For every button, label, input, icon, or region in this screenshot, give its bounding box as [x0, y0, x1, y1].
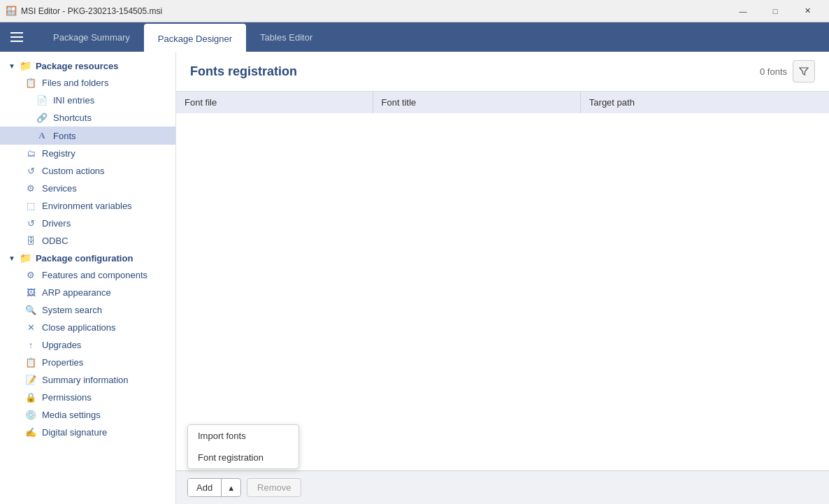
features-icon: ⚙	[25, 270, 36, 280]
content-area: Fonts registration 0 fonts Font file Fon…	[176, 52, 829, 504]
title-bar: 🪟 MSI Editor - PKG-230213-154505.msi — □…	[0, 0, 829, 22]
add-dropdown-popup: Import fonts Font registration	[187, 424, 299, 469]
signature-icon: ✍	[25, 427, 36, 438]
files-icon: 📋	[25, 78, 36, 88]
content-header: Fonts registration 0 fonts	[176, 52, 829, 92]
custom-actions-icon: ↺	[25, 166, 36, 176]
sidebar-item-media-settings[interactable]: 💿 Media settings	[0, 406, 175, 424]
sidebar-item-system-search[interactable]: 🔍 System search	[0, 301, 175, 319]
sidebar-item-shortcuts[interactable]: 🔗 Shortcuts	[0, 109, 175, 127]
odbc-icon: 🗄	[25, 236, 36, 246]
filter-button[interactable]	[793, 60, 815, 82]
tab-tables-editor[interactable]: Tables Editor	[246, 22, 326, 52]
sidebar-item-odbc[interactable]: 🗄 ODBC	[0, 232, 175, 250]
tab-package-summary[interactable]: Package Summary	[39, 22, 144, 52]
fonts-icon: A	[36, 130, 48, 141]
hamburger-button[interactable]	[6, 26, 28, 48]
env-vars-icon: ⬚	[25, 201, 36, 211]
dropdown-import-fonts[interactable]: Import fonts	[188, 425, 298, 447]
main-layout: ▼ 📁 Package resources 📋 Files and folder…	[0, 52, 829, 504]
sidebar-item-upgrades[interactable]: ↑ Upgrades	[0, 336, 175, 354]
sidebar: ▼ 📁 Package resources 📋 Files and folder…	[0, 52, 176, 504]
sidebar-item-close-applications[interactable]: ✕ Close applications	[0, 319, 175, 336]
dropdown-font-registration[interactable]: Font registration	[188, 447, 298, 468]
tab-package-designer[interactable]: Package Designer	[144, 24, 246, 53]
chevron-down-icon: ▼	[8, 62, 15, 70]
font-count-badge: 0 fonts	[760, 66, 787, 77]
registry-icon: 🗂	[25, 148, 36, 159]
search-icon: 🔍	[25, 305, 36, 315]
services-icon: ⚙	[25, 183, 36, 194]
close-apps-icon: ✕	[25, 322, 36, 333]
sidebar-item-permissions[interactable]: 🔒 Permissions	[0, 389, 175, 406]
sidebar-item-drivers[interactable]: ↺ Drivers	[0, 215, 175, 232]
sidebar-item-files-folders[interactable]: 📋 Files and folders	[0, 74, 175, 92]
maximize-button[interactable]: □	[759, 0, 791, 22]
drivers-icon: ↺	[25, 218, 36, 229]
sidebar-item-features-components[interactable]: ⚙ Features and components	[0, 266, 175, 284]
sidebar-item-fonts[interactable]: A Fonts	[0, 127, 175, 145]
close-button[interactable]: ✕	[791, 0, 823, 22]
remove-button[interactable]: Remove	[247, 478, 301, 497]
upgrades-icon: ↑	[25, 340, 36, 350]
page-title: Fonts registration	[190, 64, 297, 79]
add-chevron-icon[interactable]: ▲	[222, 480, 240, 496]
fonts-table-container: Font file Font title Target path	[176, 92, 829, 470]
sidebar-item-summary-information[interactable]: 📝 Summary information	[0, 371, 175, 389]
shortcuts-icon: 🔗	[36, 113, 48, 123]
add-label[interactable]: Add	[188, 479, 222, 496]
main-toolbar: Package Summary Package Designer Tables …	[0, 22, 829, 52]
sidebar-item-properties[interactable]: 📋 Properties	[0, 354, 175, 371]
col-target-path: Target path	[580, 92, 829, 113]
sidebar-item-custom-actions[interactable]: ↺ Custom actions	[0, 162, 175, 180]
sidebar-item-registry[interactable]: 🗂 Registry	[0, 145, 175, 162]
hamburger-line	[10, 32, 23, 34]
sidebar-group-package-resources[interactable]: ▼ 📁 Package resources	[0, 57, 175, 74]
header-right: 0 fonts	[760, 60, 815, 82]
sidebar-item-ini-entries[interactable]: 📄 INI entries	[0, 92, 175, 109]
add-button-group: Add ▲	[187, 478, 241, 497]
filter-icon	[799, 66, 809, 76]
col-font-file: Font file	[176, 92, 373, 113]
col-font-title: Font title	[373, 92, 580, 113]
permissions-icon: 🔒	[25, 392, 36, 403]
media-icon: 💿	[25, 410, 36, 420]
summary-icon: 📝	[25, 375, 36, 385]
minimize-button[interactable]: —	[727, 0, 759, 22]
table-header-row: Font file Font title Target path	[176, 92, 829, 113]
config-folder-icon: 📁	[20, 252, 31, 264]
title-text: MSI Editor - PKG-230213-154505.msi	[21, 6, 727, 16]
ini-icon: 📄	[36, 95, 48, 106]
sidebar-group-package-configuration[interactable]: ▼ 📁 Package configuration	[0, 250, 175, 266]
window-controls: — □ ✕	[727, 0, 823, 22]
arp-icon: 🖼	[25, 287, 36, 298]
hamburger-line	[10, 41, 23, 42]
sidebar-item-digital-signature[interactable]: ✍ Digital signature	[0, 424, 175, 441]
chevron-down-icon: ▼	[8, 254, 15, 262]
folder-icon: 📁	[20, 60, 31, 71]
app-icon: 🪟	[6, 6, 17, 17]
sidebar-item-arp-appearance[interactable]: 🖼 ARP appearance	[0, 284, 175, 301]
properties-icon: 📋	[25, 357, 36, 368]
fonts-table: Font file Font title Target path	[176, 92, 829, 113]
sidebar-item-services[interactable]: ⚙ Services	[0, 180, 175, 197]
bottom-toolbar: Import fonts Font registration Add ▲ Rem…	[176, 470, 829, 504]
hamburger-line	[10, 36, 23, 38]
sidebar-item-environment-variables[interactable]: ⬚ Environment variables	[0, 197, 175, 215]
